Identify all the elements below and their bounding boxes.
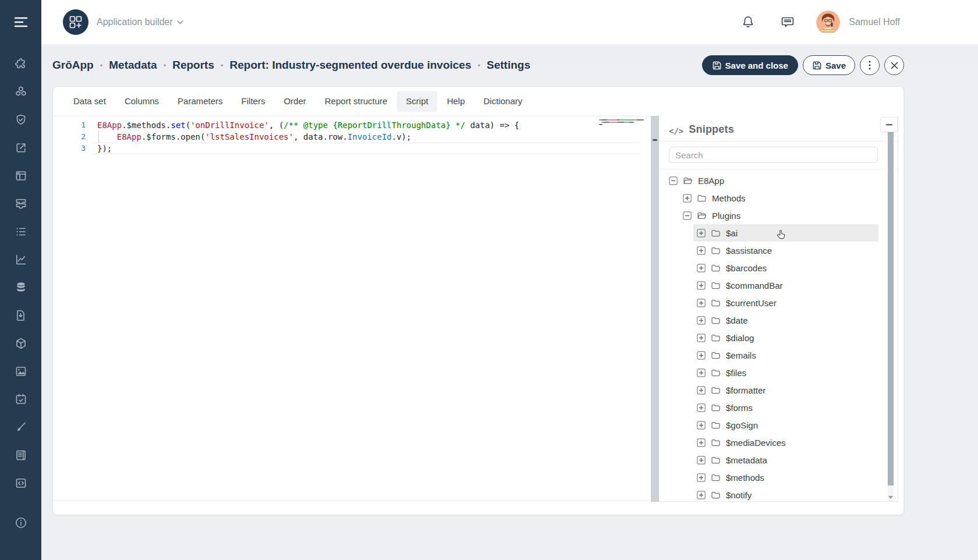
tree-item-emails[interactable]: $emails: [659, 346, 898, 364]
inbox-stack-icon[interactable]: [14, 197, 28, 211]
app-switcher[interactable]: Application builder: [97, 17, 183, 27]
expand-icon[interactable]: [697, 299, 706, 307]
list-icon[interactable]: [14, 225, 28, 239]
tree-item-barcodes[interactable]: $barcodes: [659, 259, 898, 277]
file-download-icon[interactable]: [14, 309, 28, 322]
tree-item-commandbar[interactable]: $commandBar: [659, 277, 898, 294]
database-icon[interactable]: [14, 281, 28, 295]
panel-splitter[interactable]: [651, 116, 659, 502]
tab-parameters[interactable]: Parameters: [169, 91, 232, 112]
notifications-bell-icon[interactable]: [740, 15, 756, 30]
shield-check-icon[interactable]: [14, 113, 28, 127]
cubes-icon[interactable]: [14, 85, 28, 99]
tree-item-e8app[interactable]: E8App: [659, 172, 898, 189]
save-and-close-label: Save and close: [725, 61, 788, 70]
save-button[interactable]: Save: [803, 55, 855, 75]
save-icon: [712, 61, 722, 70]
code-line[interactable]: 1E8App.$methods.set('onDrillInvoice', (/…: [53, 119, 651, 131]
expand-icon[interactable]: [697, 246, 706, 255]
code-lines[interactable]: 1E8App.$methods.set('onDrillInvoice', (/…: [53, 116, 651, 154]
code-editor[interactable]: 1E8App.$methods.set('onDrillInvoice', (/…: [53, 116, 651, 501]
expand-icon[interactable]: [697, 368, 706, 377]
tree-item-metadata[interactable]: $metadata: [659, 451, 898, 469]
external-link-icon[interactable]: [14, 141, 28, 155]
tree-item-assistance[interactable]: $assistance: [659, 242, 898, 259]
tab-dictionary[interactable]: Dictionary: [475, 91, 531, 112]
tree-item-files[interactable]: $files: [659, 364, 898, 381]
user-avatar[interactable]: [816, 10, 840, 34]
snippets-tree: E8AppMethodsPlugins$ai$assistance$barcod…: [659, 169, 898, 500]
tree-item-date[interactable]: $date: [659, 311, 898, 329]
expand-icon[interactable]: [697, 281, 706, 290]
tree-item-dialog[interactable]: $dialog: [659, 329, 898, 346]
more-options-kebab-icon[interactable]: [860, 55, 880, 75]
expand-icon[interactable]: [697, 229, 706, 238]
puzzle-icon[interactable]: [14, 57, 28, 71]
collapse-icon[interactable]: [683, 211, 692, 220]
tree-item-gosign[interactable]: $goSign: [659, 416, 898, 434]
breadcrumb-item[interactable]: GrōApp: [52, 59, 94, 72]
tab-report-structure[interactable]: Report structure: [316, 91, 396, 112]
chart-line-icon[interactable]: [14, 253, 28, 267]
tree-item-formatter[interactable]: $formatter: [659, 381, 898, 399]
hamburger-menu-icon[interactable]: [0, 0, 41, 44]
expand-icon[interactable]: [683, 194, 692, 203]
paintbrush-icon[interactable]: [14, 420, 28, 434]
expand-icon[interactable]: [697, 491, 706, 499]
tree-item-mediadevices[interactable]: $mediaDevices: [659, 434, 898, 451]
breadcrumb-item[interactable]: Reports: [172, 59, 214, 72]
tab-help[interactable]: Help: [438, 91, 474, 112]
tab-filters[interactable]: Filters: [233, 91, 274, 112]
code-line[interactable]: 3});: [53, 143, 651, 154]
breadcrumb-item[interactable]: Report: Industry-segmented overdue invoi…: [230, 59, 472, 72]
folder-icon: [711, 316, 721, 324]
tree-item-notify[interactable]: $notify: [659, 486, 898, 500]
tree-item-forms[interactable]: $forms: [659, 399, 898, 416]
close-icon[interactable]: [884, 55, 904, 75]
expand-icon[interactable]: [697, 438, 706, 447]
tab-script[interactable]: Script: [397, 91, 437, 112]
code-line[interactable]: 2 E8App.$forms.open('lstSalesInvoices', …: [53, 131, 651, 143]
image-icon[interactable]: [14, 364, 28, 378]
snippets-search-input[interactable]: [669, 147, 878, 163]
tab-columns[interactable]: Columns: [116, 91, 168, 112]
expand-icon[interactable]: [697, 316, 706, 325]
expand-icon[interactable]: [697, 403, 706, 412]
layout-panel-icon[interactable]: [14, 169, 28, 183]
tree-item-methods[interactable]: Methods: [659, 189, 898, 207]
tree-item-plugins[interactable]: Plugins: [659, 207, 898, 224]
snippets-scrollbar[interactable]: [888, 132, 894, 501]
tree-item-ai[interactable]: $ai: [693, 224, 878, 242]
subheader: GrōApp•Metadata•Reports•Report: Industry…: [41, 44, 978, 86]
tab-order[interactable]: Order: [275, 91, 314, 112]
app-logo[interactable]: [63, 9, 88, 35]
expand-icon[interactable]: [697, 264, 706, 272]
code-icon[interactable]: [14, 476, 28, 490]
tree-item-label: $forms: [726, 403, 753, 413]
folder-icon: [683, 176, 693, 185]
tree-item-methods[interactable]: $methods: [659, 469, 898, 486]
minimap[interactable]: [599, 119, 644, 126]
expand-icon[interactable]: [697, 473, 706, 482]
expand-icon[interactable]: [697, 334, 706, 342]
chat-icon[interactable]: [780, 15, 795, 30]
collapse-icon[interactable]: [669, 176, 678, 185]
save-and-close-button[interactable]: Save and close: [702, 55, 798, 75]
folder-icon: [711, 299, 721, 307]
collapse-panel-icon[interactable]: [880, 117, 898, 132]
expand-icon[interactable]: [697, 456, 706, 465]
tab-data-set[interactable]: Data set: [65, 91, 115, 112]
expand-icon[interactable]: [697, 351, 706, 360]
tab-bar: Data setColumnsParametersFiltersOrderRep…: [53, 87, 903, 116]
calendar-check-icon[interactable]: [14, 392, 28, 406]
scrollbar-down-arrow-icon[interactable]: [888, 496, 893, 499]
tree-item-currentuser[interactable]: $currentUser: [659, 294, 898, 311]
scrollbar-thumb[interactable]: [888, 132, 894, 485]
expand-icon[interactable]: [697, 386, 706, 395]
article-icon[interactable]: [14, 448, 28, 462]
tree-item-label: $formatter: [726, 385, 766, 395]
cube-icon[interactable]: [14, 336, 28, 350]
breadcrumb-item[interactable]: Metadata: [109, 59, 157, 72]
info-icon[interactable]: [14, 516, 28, 530]
expand-icon[interactable]: [697, 421, 706, 430]
